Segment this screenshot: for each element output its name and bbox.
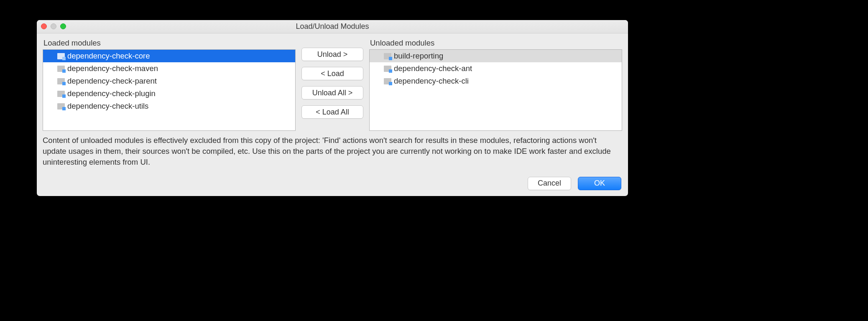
- window-controls: [41, 23, 66, 29]
- load-unload-modules-dialog: Load/Unload Modules Loaded modules depen…: [37, 20, 628, 196]
- module-folder-icon: [384, 66, 391, 72]
- list-item-label: dependency-check-cli: [394, 76, 469, 86]
- titlebar: Load/Unload Modules: [37, 20, 628, 33]
- list-item[interactable]: dependency-check-parent: [43, 75, 295, 87]
- list-item-label: build-reporting: [394, 51, 443, 61]
- unloaded-modules-list[interactable]: build-reportingdependency-check-antdepen…: [369, 49, 622, 131]
- dialog-footer: Cancel OK: [43, 177, 622, 190]
- list-item-label: dependency-check-utils: [67, 102, 148, 111]
- maximize-icon[interactable]: [60, 23, 66, 29]
- list-item[interactable]: dependency-check-utils: [43, 100, 295, 112]
- list-item[interactable]: dependency-check-plugin: [43, 87, 295, 100]
- close-icon[interactable]: [41, 23, 47, 29]
- list-item-label: dependency-check-parent: [67, 76, 157, 86]
- list-item[interactable]: dependency-check-ant: [370, 62, 622, 75]
- list-item-label: dependency-check-core: [67, 51, 150, 61]
- module-folder-icon: [57, 103, 65, 110]
- module-folder-icon: [57, 53, 65, 59]
- dialog-content: Loaded modules dependency-check-coredepe…: [37, 33, 628, 196]
- list-item-label: dependency-check-maven: [67, 64, 158, 73]
- dialog-title: Load/Unload Modules: [37, 22, 628, 31]
- list-item[interactable]: build-reporting: [370, 50, 622, 62]
- unload-all-button[interactable]: Unload All >: [301, 86, 363, 99]
- module-folder-icon: [384, 53, 391, 59]
- description-text: Content of unloaded modules is effective…: [43, 135, 622, 168]
- loaded-label: Loaded modules: [43, 38, 296, 48]
- module-folder-icon: [57, 91, 65, 97]
- cancel-button[interactable]: Cancel: [528, 177, 571, 190]
- load-all-button[interactable]: < Load All: [301, 105, 363, 119]
- loaded-column: Loaded modules dependency-check-coredepe…: [43, 38, 296, 131]
- module-folder-icon: [384, 78, 391, 84]
- module-folder-icon: [57, 66, 65, 72]
- list-item[interactable]: dependency-check-maven: [43, 62, 295, 75]
- load-button[interactable]: < Load: [301, 67, 363, 80]
- ok-button[interactable]: OK: [578, 177, 621, 190]
- list-item-label: dependency-check-ant: [394, 64, 472, 73]
- unload-button[interactable]: Unload >: [301, 48, 363, 61]
- unloaded-column: Unloaded modules build-reportingdependen…: [369, 38, 622, 131]
- unloaded-label: Unloaded modules: [370, 38, 622, 48]
- list-item[interactable]: dependency-check-core: [43, 50, 295, 62]
- loaded-modules-list[interactable]: dependency-check-coredependency-check-ma…: [43, 49, 296, 131]
- transfer-buttons: Unload > < Load Unload All > < Load All: [301, 38, 363, 131]
- module-folder-icon: [57, 78, 65, 84]
- minimize-icon: [51, 23, 56, 29]
- list-item-label: dependency-check-plugin: [67, 89, 156, 98]
- list-item[interactable]: dependency-check-cli: [370, 75, 622, 87]
